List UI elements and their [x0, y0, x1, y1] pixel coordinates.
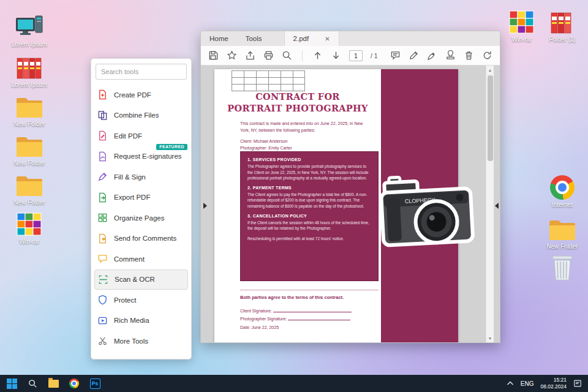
section-heading: 3. CANCELLATION POLICY: [247, 214, 371, 218]
protect-icon: [97, 295, 108, 305]
tool-item-export-pdf[interactable]: Export PDF: [91, 187, 191, 208]
computer-icon: [7, 13, 51, 39]
desktop-icon-label: New Folder: [7, 160, 51, 167]
desktop-icon-label: Win-rar: [7, 238, 51, 245]
desktop-icon-internet[interactable]: Internet: [540, 174, 584, 208]
zoom-button[interactable]: [282, 50, 292, 61]
tab-tools[interactable]: Tools: [237, 31, 271, 46]
scroll-up-icon[interactable]: ▲: [488, 66, 492, 74]
folder-icon: [48, 380, 59, 388]
share-button[interactable]: [245, 50, 255, 61]
desktop-icon-folder-right[interactable]: New Folder: [540, 216, 584, 250]
tool-item-create-pdf[interactable]: Create PDF: [91, 85, 191, 105]
page-grid-table: [232, 70, 305, 91]
tab-document[interactable]: 2.pdf ✕: [284, 31, 339, 46]
left-triangle-icon: [495, 203, 499, 209]
expand-left-panel-button[interactable]: [202, 199, 208, 213]
start-button[interactable]: [6, 378, 17, 389]
language-indicator[interactable]: ENG: [521, 380, 534, 387]
section-heading: 1. SERVICES PROVIDED: [247, 157, 371, 162]
tray-expand-icon[interactable]: [507, 381, 514, 386]
desktop-icon-recycle-bin[interactable]: [540, 256, 584, 284]
pdf-toolbar: / 1: [201, 46, 500, 66]
desktop-icon-label: Win-rar: [500, 36, 544, 43]
stamp-button[interactable]: [445, 50, 456, 61]
tool-item-comment[interactable]: Comment: [91, 249, 191, 270]
desktop-icon-folder-1[interactable]: New Folder: [7, 93, 51, 127]
document-divider: [240, 290, 379, 290]
tool-item-send-for-comments[interactable]: Send for Comments: [91, 228, 191, 249]
document-parties: Client: Michael Anderson Photographer: E…: [240, 138, 292, 151]
folder-icon: [7, 93, 51, 119]
desktop-icon-winrar-left[interactable]: Win-rar: [7, 211, 51, 245]
desktop-icon-folder-3[interactable]: New Folder: [7, 172, 51, 206]
winrar-icon: [500, 9, 544, 34]
pdf-app-window: Home Tools 2.pdf ✕ / 1: [200, 31, 500, 343]
tool-item-request-esignatures[interactable]: Request E-signatures FEATURED: [91, 146, 191, 167]
pencil-button[interactable]: [409, 50, 419, 61]
taskbar-search-button[interactable]: [27, 378, 38, 389]
expand-right-panel-button[interactable]: [494, 199, 500, 213]
fill-sign-icon: [97, 172, 108, 182]
date-line: Date: June 22, 2025: [240, 323, 352, 331]
search-tools-input[interactable]: [96, 64, 187, 80]
desktop-icon-label: New Folder: [7, 199, 51, 206]
scroll-down-icon[interactable]: ▼: [488, 334, 492, 342]
export-pdf-icon: [97, 192, 108, 203]
desktop-icon-label: Folder (1): [540, 36, 584, 43]
tool-item-rich-media[interactable]: Rich Media: [91, 311, 191, 331]
clock-time: 15:21: [540, 377, 567, 383]
desktop-icon-folder-2[interactable]: New Folder: [7, 132, 51, 167]
file-explorer-button[interactable]: [48, 378, 59, 389]
tool-item-scan-ocr[interactable]: Scan & OCR: [94, 270, 188, 290]
section-heading: 2. PAYMENT TERMS: [247, 186, 371, 190]
search-icon: [28, 379, 37, 388]
delete-button[interactable]: [464, 50, 474, 61]
close-tab-icon[interactable]: ✕: [325, 36, 330, 42]
photographer-signature-label: Photographer Signature:: [240, 317, 287, 321]
save-button[interactable]: [208, 50, 219, 61]
chrome-button[interactable]: [69, 378, 80, 389]
featured-badge: FEATURED: [156, 144, 187, 150]
tool-item-combine-files[interactable]: Combine Files: [91, 105, 191, 126]
previous-page-button[interactable]: [312, 50, 323, 61]
next-page-button[interactable]: [331, 50, 341, 61]
page-number-input[interactable]: [349, 50, 363, 61]
desktop-icon-binders[interactable]: Lorem Ipsum: [7, 54, 51, 88]
tool-item-organize-pages[interactable]: Organize Pages: [91, 208, 191, 228]
desktop-icon-folder-count[interactable]: Folder (1): [540, 9, 584, 43]
desktop-icon-label: New Folder: [540, 243, 584, 250]
desktop-icon-computer[interactable]: Lorem Ipsum: [7, 13, 51, 48]
tool-item-more-tools[interactable]: More Tools: [91, 331, 191, 352]
desktop-icon-label: Internet: [540, 202, 584, 208]
tab-home[interactable]: Home: [201, 31, 237, 46]
vertical-scrollbar[interactable]: ▲ ▼: [486, 66, 494, 342]
folder-icon: [7, 172, 51, 197]
pdf-page: CONTRACT FOR PORTRAIT PHOTOGRAPHY This c…: [214, 69, 458, 342]
sign-button[interactable]: [427, 50, 437, 61]
tool-item-fill-sign[interactable]: Fill & Sign: [91, 167, 191, 187]
comment-button[interactable]: [390, 50, 401, 61]
rotate-button[interactable]: [482, 50, 492, 61]
organize-pages-icon: [97, 213, 108, 223]
section-body: The Photographer agrees to provide portr…: [247, 164, 371, 181]
scrollbar-thumb[interactable]: [488, 75, 493, 161]
folder-icon: [7, 132, 51, 158]
agreement-line: Both parties agree to the terms of this …: [240, 295, 344, 300]
star-button[interactable]: [227, 50, 237, 61]
photographer-signature-line: [288, 317, 350, 320]
send-for-comments-icon: [97, 233, 108, 244]
client-signature-line: [273, 309, 352, 312]
print-button[interactable]: [263, 50, 274, 61]
desktop-icon-winrar-right[interactable]: Win-rar: [500, 9, 544, 43]
taskbar: Ps ENG 15:21 08.02.2024: [0, 375, 588, 392]
client-signature-label: Client Signature:: [240, 309, 272, 313]
tool-item-edit-pdf[interactable]: Edit PDF: [91, 126, 191, 146]
clock[interactable]: 15:21 08.02.2024: [540, 377, 567, 390]
notifications-icon[interactable]: [573, 379, 582, 388]
client-line: Client: Michael Anderson: [240, 138, 292, 145]
more-tools-icon: [97, 336, 108, 346]
tool-item-protect[interactable]: Protect: [91, 290, 191, 311]
photoshop-button[interactable]: Ps: [89, 378, 100, 389]
section-body: The Client agrees to pay the Photographe…: [247, 192, 371, 209]
